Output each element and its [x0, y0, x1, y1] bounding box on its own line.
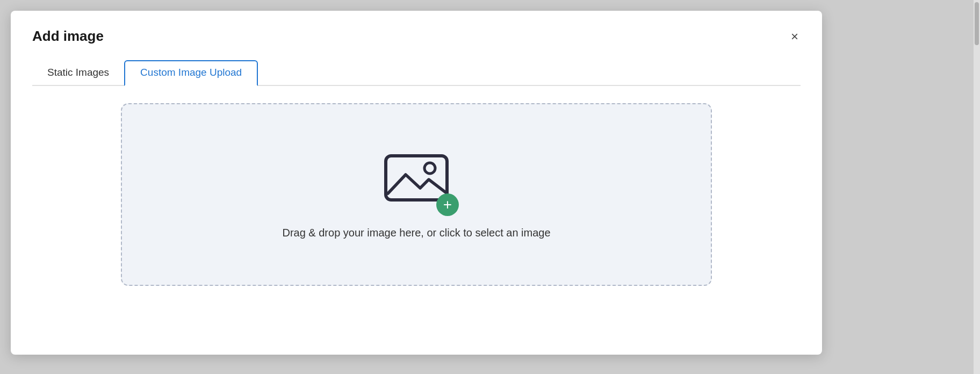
- tabs-row: Static Images Custom Image Upload: [32, 60, 801, 86]
- tab-static-images[interactable]: Static Images: [32, 61, 124, 85]
- svg-rect-0: [386, 156, 447, 200]
- modal-header: Add image ×: [32, 28, 801, 45]
- scrollbar-thumb: [975, 2, 979, 45]
- modal-title: Add image: [32, 28, 104, 45]
- plus-badge: +: [436, 193, 459, 216]
- tab-custom-image-upload[interactable]: Custom Image Upload: [124, 60, 258, 86]
- upload-instruction-text: Drag & drop your image here, or click to…: [282, 227, 550, 239]
- svg-point-1: [424, 163, 435, 174]
- upload-icon-wrapper: +: [381, 150, 451, 212]
- upload-drop-zone[interactable]: + Drag & drop your image here, or click …: [121, 103, 712, 286]
- modal-dialog: Add image × Static Images Custom Image U…: [11, 11, 822, 355]
- modal-overlay: Add image × Static Images Custom Image U…: [0, 0, 980, 374]
- close-button[interactable]: ×: [789, 28, 801, 45]
- scrollbar[interactable]: [974, 0, 980, 374]
